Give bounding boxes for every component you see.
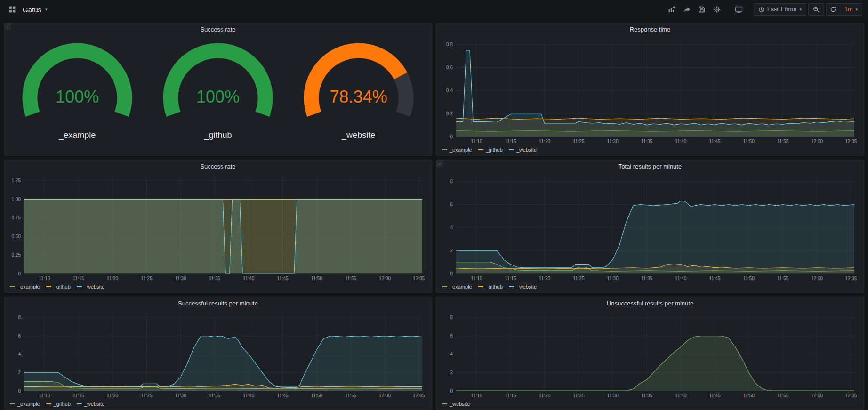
gauge-wrap: 100% (154, 39, 282, 126)
svg-text:6: 6 (18, 333, 21, 338)
legend-item[interactable]: _example (10, 284, 40, 289)
svg-text:0.2: 0.2 (446, 111, 453, 116)
gauge-example: 100% _example (13, 39, 141, 140)
refresh-button-group: 1m ▾ (826, 3, 862, 16)
clock-icon (758, 7, 764, 13)
svg-text:11:15: 11:15 (73, 276, 85, 281)
add-panel-icon[interactable] (665, 3, 678, 16)
cycle-view-monitor-icon[interactable] (732, 3, 745, 16)
panel-title[interactable]: Unsuccessful results per minute (436, 297, 864, 309)
chart-legend: _example_github_website (4, 283, 432, 292)
svg-text:12:05: 12:05 (845, 276, 857, 281)
legend-item[interactable]: _website (77, 401, 104, 407)
svg-text:4: 4 (450, 225, 453, 230)
panel-title[interactable]: Success rate (4, 23, 432, 35)
svg-text:11:45: 11:45 (709, 276, 721, 281)
legend-item[interactable]: _website (509, 284, 537, 289)
save-icon[interactable] (695, 3, 708, 16)
legend-swatch (509, 149, 514, 150)
svg-text:11:10: 11:10 (39, 393, 50, 398)
share-icon[interactable] (680, 3, 693, 16)
dashboards-grid-icon[interactable] (6, 3, 19, 16)
svg-text:0: 0 (18, 388, 21, 394)
refresh-icon (830, 6, 836, 13)
svg-text:0.25: 0.25 (12, 252, 21, 257)
svg-text:11:20: 11:20 (539, 139, 551, 144)
unsuccessful-results-chart[interactable]: 11:1011:1511:2011:2511:3011:3511:4011:45… (439, 309, 861, 400)
legend-swatch (442, 403, 447, 404)
svg-text:11:15: 11:15 (505, 276, 517, 281)
legend-label: _github (54, 284, 71, 289)
svg-text:11:10: 11:10 (471, 139, 482, 144)
refresh-caret-icon: ▾ (855, 7, 858, 12)
settings-gear-icon[interactable] (710, 3, 723, 16)
legend-item[interactable]: _github (46, 401, 71, 407)
svg-text:11:40: 11:40 (243, 393, 255, 398)
svg-text:11:20: 11:20 (107, 393, 119, 398)
svg-text:11:15: 11:15 (505, 393, 517, 398)
time-range-picker[interactable]: Last 1 hour ▾ (754, 3, 806, 16)
svg-text:11:30: 11:30 (607, 139, 619, 144)
gauge-wrap: 100% (13, 39, 141, 126)
panel-title[interactable]: Total results per minute (436, 160, 864, 172)
gauge-arc (13, 39, 141, 126)
svg-text:12:00: 12:00 (379, 393, 391, 398)
dashboard-title[interactable]: Gatus (23, 6, 41, 14)
chart-body: 11:1011:1511:2011:2511:3011:3511:4011:45… (436, 35, 864, 146)
svg-text:11:25: 11:25 (141, 276, 153, 281)
svg-text:8: 8 (18, 315, 21, 320)
legend-item[interactable]: _website (509, 147, 537, 153)
svg-text:11:30: 11:30 (175, 393, 186, 398)
panel-successful-results: Successful results per minute 11:1011:15… (4, 297, 432, 410)
svg-text:0: 0 (450, 388, 453, 394)
svg-text:0.4: 0.4 (446, 88, 453, 93)
svg-text:1.25: 1.25 (12, 178, 21, 183)
legend-label: _github (54, 401, 71, 407)
svg-text:11:55: 11:55 (777, 393, 789, 398)
panel-unsuccessful-results: Unsuccessful results per minute 11:1011:… (436, 297, 864, 410)
svg-text:11:30: 11:30 (607, 276, 619, 281)
total-results-chart[interactable]: 11:1011:1511:2011:2511:3011:3511:4011:45… (439, 172, 861, 283)
svg-text:11:35: 11:35 (209, 276, 221, 281)
svg-text:12:00: 12:00 (379, 276, 391, 281)
legend-item[interactable]: _example (10, 401, 40, 407)
legend-item[interactable]: _example (442, 284, 472, 289)
legend-label: _example (17, 401, 40, 407)
legend-item[interactable]: _website (442, 401, 470, 407)
svg-text:11:30: 11:30 (607, 393, 619, 398)
svg-text:11:45: 11:45 (709, 393, 721, 398)
panel-title[interactable]: Response time (436, 23, 864, 35)
svg-text:11:50: 11:50 (311, 276, 323, 281)
zoom-out-icon (813, 6, 820, 13)
refresh-interval-dropdown[interactable]: 1m ▾ (840, 3, 862, 16)
info-icon-glyph: i (439, 161, 441, 166)
legend-item[interactable]: _github (478, 147, 503, 153)
svg-text:11:55: 11:55 (345, 276, 357, 281)
success-rate-chart[interactable]: 11:1011:1511:2011:2511:3011:3511:4011:45… (7, 172, 429, 283)
time-range-caret-icon: ▾ (800, 7, 802, 12)
panel-title[interactable]: Success rate (4, 160, 432, 172)
chart-legend: _website (436, 400, 864, 410)
successful-results-chart[interactable]: 11:1011:1511:2011:2511:3011:3511:4011:45… (7, 309, 429, 400)
legend-item[interactable]: _example (442, 147, 472, 153)
info-icon[interactable]: i (4, 23, 11, 30)
legend-item[interactable]: _github (478, 284, 503, 289)
gauge-label: _example (59, 130, 96, 140)
legend-item[interactable]: _website (77, 284, 104, 289)
svg-text:11:50: 11:50 (743, 276, 755, 281)
svg-text:11:20: 11:20 (539, 393, 551, 398)
response-time-chart[interactable]: 11:1011:1511:2011:2511:3011:3511:4011:45… (439, 35, 861, 146)
info-icon[interactable]: i (436, 160, 443, 167)
refresh-button[interactable] (826, 3, 840, 16)
panel-title[interactable]: Successful results per minute (4, 297, 432, 309)
title-caret-icon[interactable]: ▾ (45, 7, 48, 12)
gauge-value: 78.34% (295, 88, 423, 106)
legend-label: _website (516, 147, 537, 153)
svg-text:11:55: 11:55 (777, 276, 789, 281)
legend-item[interactable]: _github (46, 284, 71, 289)
svg-text:2: 2 (18, 370, 21, 375)
svg-text:11:45: 11:45 (277, 393, 289, 398)
legend-label: _github (486, 147, 503, 153)
chart-body: 11:1011:1511:2011:2511:3011:3511:4011:45… (4, 172, 432, 283)
zoom-out-button[interactable] (808, 3, 824, 16)
